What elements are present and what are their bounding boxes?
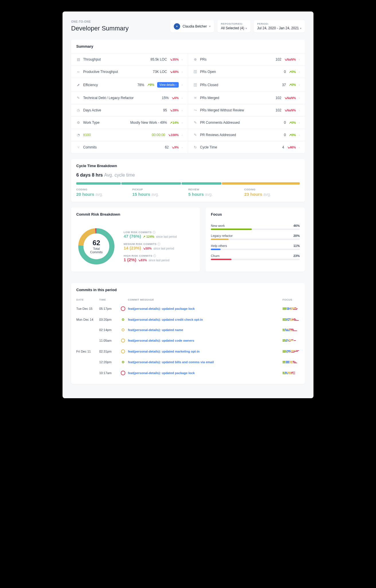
commits-title: Commits in this period (71, 283, 305, 297)
risk-dot-icon (121, 371, 125, 375)
summary-row[interactable]: ✎ PR Reviews Addressed 0 ↗0% › (188, 129, 305, 141)
branch-icon: ⑂ (76, 145, 80, 149)
commit-row[interactable]: 10:17am feat(personal-details): updated … (76, 367, 300, 379)
focus-row: Help others11% (211, 244, 300, 250)
risk-donut-chart: 62 Total Commits (76, 226, 116, 266)
timer-icon: ◔ (76, 133, 80, 137)
globe-icon: ⊕ (193, 57, 197, 61)
page-title: Developer Summary (71, 25, 129, 32)
chevron-right-icon: › (299, 109, 300, 112)
commit-row[interactable]: 12:20pm feat(personal-details): updated … (76, 357, 300, 367)
risk-row: HIGH RISK COMMITS i 1 (2%) ↘83% since la… (124, 254, 195, 262)
focus-sparkline (283, 372, 300, 374)
focus-row: New work46% (211, 224, 300, 230)
risk-row: LOW RISK COMMITS i 47 (76%) ↗ 124% since… (124, 231, 195, 239)
chevron-right-icon: › (182, 70, 182, 74)
commit-row[interactable]: Mon Dec 14 03:20pm feat(personal-details… (76, 314, 300, 325)
chevron-right-icon: › (299, 83, 300, 86)
summary-row[interactable]: ◔ tt100 00:00:00 ↘100% › (71, 129, 188, 141)
risk-card: Commit Risk Breakdown 62 Total Commits L… (71, 208, 200, 272)
app-container: ONE-TO-ONE Developer Summary ✦ Claudia B… (63, 11, 313, 398)
focus-card: Focus New work46% Legacy refactor20% Hel… (206, 208, 305, 272)
focus-bar (211, 259, 300, 260)
commit-message-link[interactable]: feat(personal-details): updated credit c… (128, 318, 283, 321)
commits-header-row: DATE TIME COMMIT MESSAGE FOCUS (76, 297, 300, 303)
comment-icon: ✎ (193, 121, 197, 125)
summary-row[interactable]: ⚿ PRs Open 0 ↗0% › (188, 65, 305, 78)
info-icon[interactable]: i (153, 254, 156, 257)
summary-row[interactable]: ⊕ PRs 102 ↘NaN% › (188, 53, 305, 65)
repo-selector[interactable]: REPOSITORIES: All Selected (4) ▾ (217, 20, 250, 32)
chevron-right-icon: › (182, 121, 182, 124)
lock-icon: ⚿ (193, 83, 197, 87)
commit-message-link[interactable]: feat(personal-details): updated bills an… (128, 360, 283, 364)
cycle-segment (121, 182, 181, 185)
summary-row[interactable]: ✎ Technical Debt / Legacy Refactor 15% ↘… (71, 92, 188, 104)
commit-message-link[interactable]: feat(personal-details): updated name (128, 328, 283, 332)
summary-row[interactable]: ✎ PR Comments Addressed 0 ↗0% › (188, 116, 305, 129)
summary-card: Summary ▤ Throughput 85.5k LOC ↘35% ›⊕ P… (71, 40, 305, 153)
commit-row[interactable]: 11:05am feat(personal-details): updated … (76, 335, 300, 346)
cycle-segment (222, 182, 300, 185)
chevron-right-icon: › (182, 96, 182, 100)
cycle-title: Cycle Time Breakdown (71, 159, 305, 173)
cycle-card: Cycle Time Breakdown 6 days 8 hrs Avg. c… (71, 159, 305, 202)
eyebrow: ONE-TO-ONE (71, 20, 129, 23)
commit-row[interactable]: Fri Dec 11 02:31pm feat(personal-details… (76, 346, 300, 357)
cycle-column: CODING 20 hours avg. (76, 188, 132, 197)
chevron-right-icon: › (299, 134, 300, 137)
chevron-right-icon: › (299, 146, 300, 149)
chevron-right-icon: › (299, 96, 300, 100)
focus-bar (211, 229, 300, 230)
info-icon[interactable]: i (157, 243, 160, 245)
period-selector[interactable]: PERIOD: Jul 24, 2020 - Jan 24, 2021 ▾ (254, 20, 305, 32)
summary-row[interactable]: ⚙ Work Type Mostly New Work - 49% ↗14% › (71, 116, 188, 129)
chart-icon: ⬈ (76, 83, 80, 87)
summary-row[interactable]: ⚿ PRs Closed 37 ↗0% › (188, 78, 305, 92)
doc-icon: ▤ (76, 57, 80, 61)
commit-row[interactable]: 02:14pm feat(personal-details): updated … (76, 325, 300, 335)
focus-row: Legacy refactor20% (211, 234, 300, 240)
summary-row[interactable]: ‹› Productive Throughput 73K LOC ↘40% › (71, 65, 188, 78)
merge2-icon: ⤳ (193, 108, 197, 112)
commit-message-link[interactable]: feat(personal-details): updated marketin… (128, 350, 283, 353)
summary-row[interactable]: ⤳ PRs Merged Without Review 102 ↘NaN% › (188, 104, 305, 116)
summary-row[interactable]: ⑂ Commits 62 ↘9% › (71, 141, 188, 153)
chevron-down-icon: ▾ (246, 27, 247, 30)
cycle-progress-bar (71, 182, 305, 185)
commit-message-link[interactable]: feat(personal-details): updated code own… (128, 339, 283, 342)
risk-row: MEDIUM RISK COMMITS i 14 (23%) ↘50% sinc… (124, 243, 195, 250)
summary-row[interactable]: ⬈ Efficiency 78% ↗8% View details › › (71, 78, 188, 92)
focus-title: Focus (206, 208, 305, 221)
user-selector[interactable]: ✦ Claudia Belcher ▾ (170, 20, 214, 32)
summary-row[interactable]: ↻ Cycle Time 4 ↘46% › (188, 141, 305, 153)
summary-row[interactable]: ◷ Days Active 95 ↘28% › (71, 104, 188, 116)
chevron-right-icon: › (299, 70, 300, 74)
cycle-headline: 6 days 8 hrs (76, 173, 103, 177)
commits-card: Commits in this period DATE TIME COMMIT … (71, 283, 305, 384)
info-icon[interactable]: i (153, 231, 155, 234)
chevron-right-icon: › (299, 58, 300, 61)
focus-sparkline (283, 318, 300, 321)
focus-sparkline (283, 307, 300, 310)
risk-dot-icon (122, 361, 124, 363)
risk-dot-icon (122, 328, 124, 331)
risk-dot-icon (122, 318, 124, 321)
commit-message-link[interactable]: feat(personal-details): updated package … (128, 307, 283, 310)
cycle-column: PICKUP 15 hours avg. (132, 188, 188, 197)
commit-row[interactable]: Tue Dec 15 05:17pm feat(personal-details… (76, 303, 300, 314)
risk-dot-icon (121, 339, 125, 343)
focus-bar (211, 239, 300, 240)
focus-sparkline (283, 339, 300, 342)
merge-icon: ⤲ (193, 96, 197, 100)
edit-icon: ✎ (76, 96, 80, 100)
risk-title: Commit Risk Breakdown (71, 208, 200, 221)
cycle-column: CODING 23 hours avg. (244, 188, 300, 197)
risk-dot-icon (121, 306, 125, 311)
summary-row[interactable]: ⤲ PRs Merged 102 ↘NaN% › (188, 92, 305, 104)
view-details-button[interactable]: View details › (157, 82, 179, 88)
chevron-right-icon: › (182, 146, 182, 149)
commit-message-link[interactable]: feat(personal-details): updated package … (128, 371, 283, 375)
summary-row[interactable]: ▤ Throughput 85.5k LOC ↘35% › (71, 53, 188, 65)
chevron-right-icon: › (182, 109, 182, 112)
